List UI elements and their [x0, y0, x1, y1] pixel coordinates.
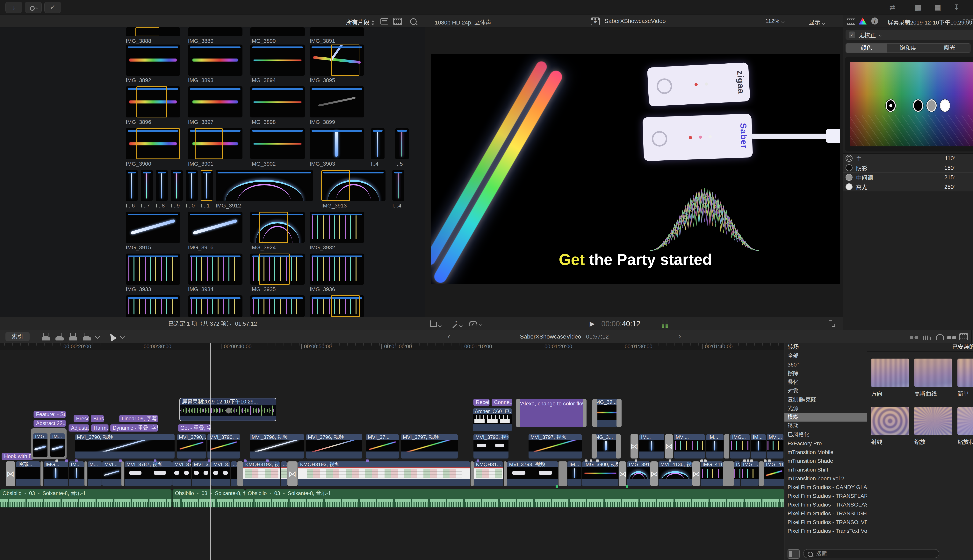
- correction-selector[interactable]: ✓ 无校正: [846, 30, 973, 40]
- transition-placeholder[interactable]: [723, 462, 734, 486]
- clip-thumbnail[interactable]: [188, 86, 242, 117]
- transitions-category[interactable]: 移动: [784, 422, 867, 430]
- marker[interactable]: [75, 460, 78, 462]
- timeline-video-clip[interactable]: MVI_3796, 视频: [250, 434, 304, 458]
- video-canvas[interactable]: zigaa Saber Get the Party started: [431, 54, 840, 284]
- transition-clip[interactable]: ⋈: [692, 462, 700, 486]
- timeline-video-clip[interactable]: IMG_...: [741, 462, 759, 486]
- timeline-project-title[interactable]: SaberXShowcaseVideo: [520, 333, 581, 340]
- clip-thumbnail[interactable]: [188, 27, 242, 37]
- timeline-video-clip[interactable]: MVI_3...: [192, 462, 211, 486]
- timeline-video-clip[interactable]: MVI_3790, ...: [207, 434, 240, 458]
- transitions-category[interactable]: 对象: [784, 387, 867, 395]
- clip-thumbnail[interactable]: [250, 27, 305, 37]
- overwrite-edit-icon[interactable]: [83, 333, 94, 340]
- clip-thumbnail[interactable]: [126, 253, 180, 285]
- music-clip[interactable]: Obsibilo_-_03_-_Soixante-8, 音乐-1: [0, 489, 172, 508]
- transition-thumbnail[interactable]: [914, 358, 952, 387]
- music-clip[interactable]: Obsibilo_-_03_-_Soixante-8, 音乐-1: [245, 489, 785, 508]
- marker[interactable]: [626, 485, 629, 488]
- transitions-category[interactable]: mTransition Shift: [784, 465, 867, 474]
- info-inspector-icon[interactable]: i: [871, 18, 878, 25]
- solo-headphones-icon[interactable]: [936, 334, 944, 341]
- timeline-video-clip[interactable]: IM...: [567, 462, 582, 486]
- transitions-category[interactable]: 复制器/克隆: [784, 395, 867, 404]
- timeline-title-clip[interactable]: Hook with D...: [2, 453, 33, 460]
- clip-thumbnail[interactable]: [250, 128, 305, 159]
- timeline-video-clip[interactable]: IM...: [69, 462, 84, 486]
- timeline-title-clip[interactable]: Recei...: [473, 398, 490, 406]
- timeline-video-clip[interactable]: M...: [88, 462, 102, 486]
- color-inspector-icon[interactable]: [859, 18, 866, 26]
- transition-placeholder[interactable]: [759, 462, 764, 486]
- timeline-video-clip[interactable]: MVI_4136, 视频: [659, 462, 692, 486]
- color-slider-row[interactable]: 中间调215°0%: [843, 172, 973, 182]
- clip-thumbnail[interactable]: [309, 86, 364, 117]
- clip-thumbnail[interactable]: [321, 170, 386, 201]
- transitions-category[interactable]: 擦除: [784, 369, 867, 378]
- timeline-video-clip[interactable]: MVI...: [674, 434, 705, 458]
- color-slider-row[interactable]: 高光250°0%: [843, 182, 973, 192]
- timeline-title-clip[interactable]: Feature: - Su...: [33, 411, 66, 418]
- fullscreen-icon[interactable]: [829, 320, 835, 328]
- clip-thumbnail[interactable]: [250, 253, 305, 285]
- timeline-video-clip[interactable]: KMQH3193, 视频: [298, 462, 470, 486]
- clip-thumbnail[interactable]: [126, 170, 138, 201]
- clip-thumbnail[interactable]: [395, 128, 409, 159]
- clip-thumbnail[interactable]: [126, 212, 180, 243]
- filmstrip-icon[interactable]: [960, 333, 968, 342]
- snapping-icon[interactable]: [947, 334, 956, 342]
- marker[interactable]: [768, 460, 771, 462]
- timeline-title-clip[interactable]: Linear 09, 字幕: [119, 415, 158, 422]
- trim-icon[interactable]: [910, 334, 918, 342]
- transition-placeholder[interactable]: [121, 462, 124, 486]
- retime-tool-dropdown[interactable]: [469, 321, 482, 327]
- timeline-video-clip[interactable]: MVI_37...: [366, 434, 399, 458]
- transitions-category[interactable]: 叠化: [784, 378, 867, 387]
- timeline-title-clip[interactable]: Get - 重叠, 字幕: [178, 424, 211, 432]
- transition-clip[interactable]: ⋈: [6, 462, 15, 486]
- viewer-zoom-dropdown[interactable]: 112%: [766, 18, 784, 24]
- marker[interactable]: [750, 460, 753, 462]
- clip-thumbnail[interactable]: [309, 45, 364, 76]
- transition-clip[interactable]: ⋈: [630, 434, 638, 458]
- timeline-video-clip[interactable]: MVI_3790, ...: [177, 434, 206, 458]
- marker[interactable]: [747, 460, 749, 462]
- timeline-video-clip[interactable]: IMG_3900, 视频: [582, 462, 619, 486]
- insert-edit-icon[interactable]: [55, 333, 66, 340]
- timeline-video-clip[interactable]: MVI_3787, 视频: [125, 462, 172, 486]
- clip-thumbnail[interactable]: [309, 27, 364, 37]
- trim-handle-left[interactable]: [592, 434, 597, 458]
- clip-thumbnail[interactable]: [371, 128, 385, 159]
- clip-thumbnail[interactable]: [126, 128, 180, 159]
- transition-placeholder[interactable]: [724, 434, 729, 458]
- timeline-video-clip[interactable]: IMG_41...: [764, 462, 784, 486]
- clip-thumbnail[interactable]: [250, 212, 305, 243]
- marker[interactable]: [669, 460, 671, 462]
- edit-options-chevron[interactable]: [95, 334, 100, 339]
- timeline-video-clip[interactable]: Archer_C60_EU_3...: [473, 408, 512, 431]
- transition-placeholder[interactable]: [471, 462, 474, 486]
- timeline-video-clip[interactable]: IMG_39...: [592, 399, 622, 427]
- transitions-category[interactable]: Pixel Film Studios - TRANSFLARE: [784, 492, 867, 500]
- share-button[interactable]: ↓: [5, 2, 22, 13]
- timeline-video-clip[interactable]: KMQH31...: [474, 462, 503, 486]
- timeline-video-clip[interactable]: IM...: [50, 433, 65, 457]
- panel-sidebar-toggle[interactable]: [787, 549, 800, 558]
- play-button[interactable]: ▶: [590, 320, 595, 327]
- viewer-display-dropdown[interactable]: 显示: [809, 18, 825, 26]
- trim-handle-right[interactable]: [583, 398, 587, 427]
- transition-clip[interactable]: ⋈: [619, 462, 626, 486]
- clip-thumbnail[interactable]: [188, 128, 242, 159]
- clip-thumbnail[interactable]: [171, 170, 183, 201]
- filmstrip-view-icon[interactable]: [393, 18, 402, 26]
- timeline-video-clip[interactable]: IMG...: [43, 462, 68, 486]
- grid-icon[interactable]: ▦: [914, 3, 922, 12]
- timeline-video-clip[interactable]: MVI_3797, 视频: [528, 434, 582, 458]
- marker[interactable]: [154, 460, 157, 462]
- keying-button[interactable]: [25, 2, 42, 13]
- clip-thumbnail[interactable]: [309, 212, 364, 243]
- tab-saturation[interactable]: 饱和度: [887, 43, 929, 53]
- timeline-title-clip[interactable]: Dynamic - 重叠, 字幕: [110, 424, 158, 432]
- transition-thumbnail[interactable]: [871, 358, 909, 387]
